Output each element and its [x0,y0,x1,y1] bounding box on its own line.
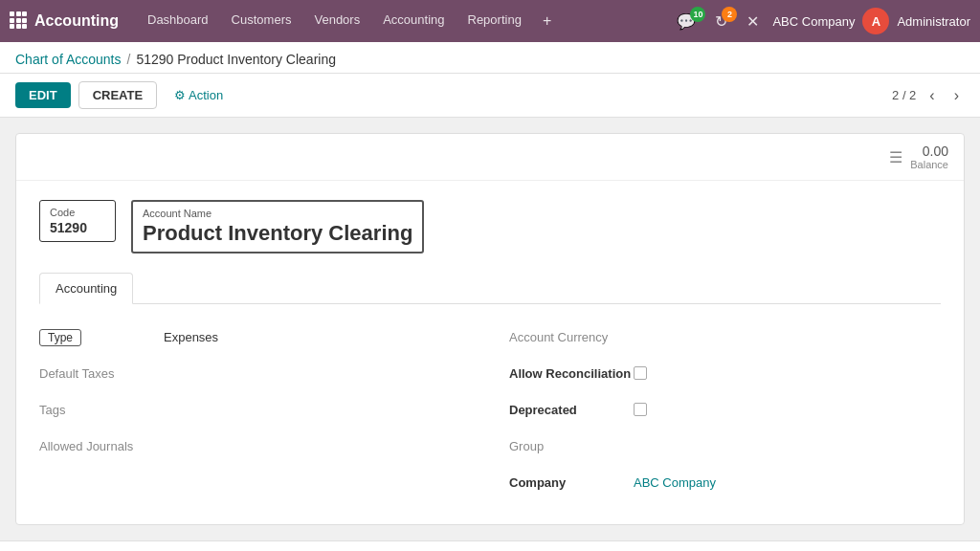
group-label: Group [509,439,634,453]
account-currency-label: Account Currency [509,330,634,344]
deprecated-row: Deprecated [509,396,941,423]
breadcrumb-separator: / [127,52,131,67]
type-value: Expenses [164,330,218,344]
user-avatar[interactable]: A [862,8,889,34]
main-menu: Dashboard Customers Vendors Accounting R… [138,7,671,35]
type-row: Type Expenses [39,323,471,350]
account-name-value: Product Inventory Clearing [143,221,412,246]
nav-dashboard[interactable]: Dashboard [138,7,218,35]
balance-icon: ☰ [889,148,902,166]
create-button[interactable]: CREATE [78,81,157,109]
account-currency-row: Account Currency [509,323,941,350]
settings-icon[interactable]: ✕ [741,9,765,34]
nav-reporting[interactable]: Reporting [458,7,531,35]
tags-label: Tags [39,403,164,417]
nav-vendors[interactable]: Vendors [304,7,369,35]
edit-button[interactable]: EDIT [15,82,71,108]
top-navigation: Accounting Dashboard Customers Vendors A… [0,0,980,42]
nav-accounting[interactable]: Accounting [373,7,454,35]
toolbar: EDIT CREATE ⚙ Action 2 / 2 ‹ › [0,74,980,118]
account-name-field[interactable]: Account Name Product Inventory Clearing [131,200,424,253]
company-value[interactable]: ABC Company [634,475,716,490]
tabs: Accounting [39,273,941,304]
balance-info: 0.00 Balance [910,143,948,170]
breadcrumb-parent[interactable]: Chart of Accounts [15,52,122,67]
next-button[interactable]: › [948,85,965,106]
svg-rect-1 [16,11,21,16]
chat-badge: 10 [690,7,705,22]
activity-badge: 2 [722,7,737,22]
breadcrumb-current: 51290 Product Inventory Clearing [136,52,336,67]
svg-rect-6 [10,24,14,29]
apps-icon[interactable] [10,11,27,32]
default-taxes-row: Default Taxes [39,360,471,386]
tags-row: Tags [39,396,471,423]
type-badge[interactable]: Type [39,329,81,346]
svg-rect-2 [22,11,27,16]
allow-reconciliation-checkbox[interactable] [634,366,647,380]
record-body: Code 51290 Account Name Product Inventor… [16,181,964,524]
default-taxes-label: Default Taxes [39,366,164,381]
svg-rect-3 [10,18,14,23]
top-nav-right: 💬 10 ↻ 2 ✕ ABC Company A Administrator [671,8,970,34]
tab-accounting[interactable]: Accounting [39,273,133,304]
svg-rect-5 [22,18,27,23]
account-name-label: Account Name [143,208,412,219]
allowed-journals-row: Allowed Journals [39,432,471,459]
company-label: Company [509,475,634,490]
prev-button[interactable]: ‹ [924,85,940,106]
pagination-info: 2 / 2 [892,88,916,102]
group-row: Group [509,432,941,459]
form-left-column: Type Expenses Default Taxes Tags Allowed… [39,323,471,505]
record-card: ☰ 0.00 Balance Code 51290 Account Name P… [15,133,965,525]
action-button[interactable]: ⚙ Action [165,82,233,108]
balance-label: Balance [910,159,948,170]
svg-rect-0 [10,11,14,16]
allow-reconciliation-label: Allow Reconciliation [509,366,634,381]
allow-reconciliation-row: Allow Reconciliation [509,360,941,386]
username: Administrator [897,14,970,29]
svg-rect-4 [16,18,21,23]
type-label: Type [39,330,164,344]
allowed-journals-label: Allowed Journals [39,439,164,453]
balance-amount: 0.00 [910,143,948,159]
app-brand[interactable]: Accounting [34,12,119,30]
form-columns: Type Expenses Default Taxes Tags Allowed… [39,323,941,505]
activity-button[interactable]: ↻ 2 [709,9,733,34]
add-menu-icon[interactable]: + [535,7,559,35]
svg-rect-8 [22,24,27,29]
deprecated-label: Deprecated [509,403,634,417]
footer: Send message Log note 🏷 0 Follow 👤 0 [0,540,980,551]
code-value: 51290 [50,220,105,235]
deprecated-checkbox[interactable] [634,403,647,416]
code-label: Code [50,207,105,218]
company-row: Company ABC Company [509,469,941,496]
code-field[interactable]: Code 51290 [39,200,116,242]
form-right-column: Account Currency Allow Reconciliation De… [509,323,941,505]
nav-customers[interactable]: Customers [222,7,301,35]
balance-header: ☰ 0.00 Balance [16,134,964,181]
svg-rect-7 [16,24,21,29]
breadcrumb: Chart of Accounts / 51290 Product Invent… [0,42,980,74]
company-name: ABC Company [772,14,855,29]
main-content: ☰ 0.00 Balance Code 51290 Account Name P… [0,118,980,540]
chat-button[interactable]: 💬 10 [671,9,702,34]
fields-row: Code 51290 Account Name Product Inventor… [39,200,941,253]
